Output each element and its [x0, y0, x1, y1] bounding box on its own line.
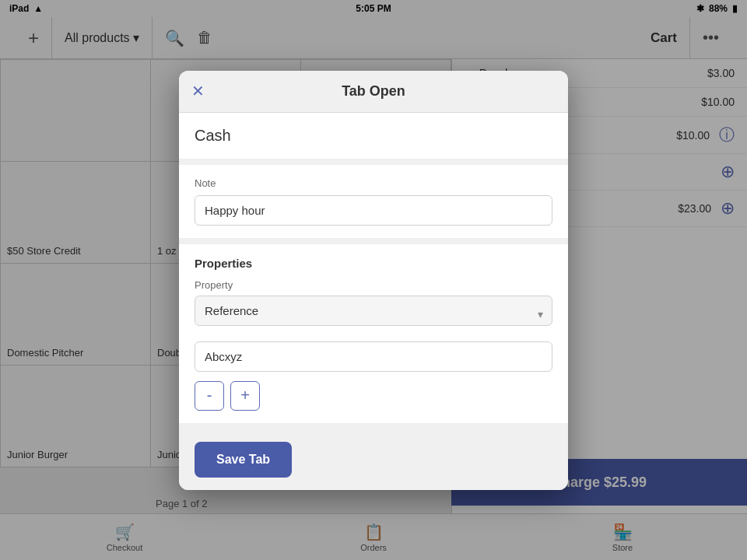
- close-icon: ✕: [191, 82, 205, 100]
- minus-button[interactable]: -: [195, 381, 224, 411]
- note-input[interactable]: [195, 195, 552, 226]
- plus-icon: +: [240, 387, 250, 404]
- properties-section: Properties Property Reference Name Phone…: [179, 244, 568, 423]
- plus-button[interactable]: +: [230, 381, 260, 411]
- properties-title: Properties: [195, 257, 552, 270]
- property-label: Property: [195, 279, 552, 291]
- minus-icon: -: [207, 387, 212, 404]
- save-tab-label: Save Tab: [216, 453, 270, 466]
- modal-footer: Save Tab: [179, 429, 568, 490]
- save-tab-button[interactable]: Save Tab: [195, 442, 292, 478]
- modal-header: ✕ Tab Open: [179, 71, 568, 113]
- modal-title: Tab Open: [342, 83, 405, 100]
- modal-body: Cash Note Properties Property Reference …: [179, 113, 568, 423]
- tab-open-modal: ✕ Tab Open Cash Note Properties Property: [179, 71, 568, 490]
- modal-overlay: ✕ Tab Open Cash Note Properties Property: [0, 0, 747, 560]
- cash-row: Cash: [179, 113, 568, 159]
- note-section: Note: [179, 165, 568, 238]
- cash-label: Cash: [195, 127, 231, 144]
- property-select-wrapper: Reference Name Phone Email ▾: [195, 296, 552, 334]
- property-buttons: - +: [195, 381, 552, 411]
- property-select[interactable]: Reference Name Phone Email: [195, 296, 552, 326]
- note-label: Note: [195, 177, 552, 189]
- modal-close-button[interactable]: ✕: [191, 82, 205, 100]
- property-value-input[interactable]: [195, 341, 552, 372]
